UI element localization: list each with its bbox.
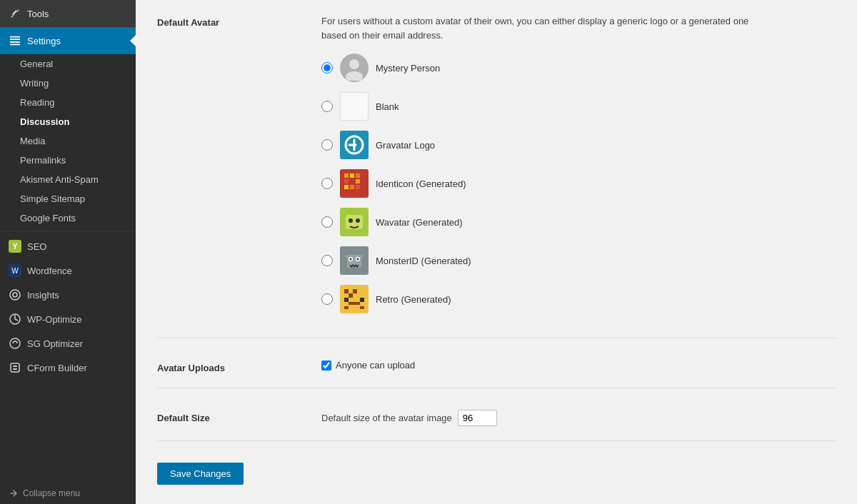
sidebar-item-media[interactable]: Media [0,131,136,151]
seo-icon: Y [9,240,21,253]
wordfence-icon: W [9,264,21,277]
avatar-radio-identicon[interactable] [321,178,333,189]
default-avatar-label: Default Avatar [157,14,307,323]
avatar-radio-blank[interactable] [321,101,333,112]
svg-rect-9 [13,366,17,367]
size-row: Default size of the avatar image [321,410,836,426]
sidebar-divider-1 [0,231,136,231]
mystery-person-icon [340,54,369,82]
svg-rect-36 [349,302,360,305]
svg-rect-38 [360,306,364,309]
wpoptimize-icon [9,313,21,326]
identicon-icon [340,169,369,198]
monster-label: MonsterID (Generated) [376,256,471,266]
cform-icon [9,361,21,374]
anyone-can-upload-label[interactable]: Anyone can upload [336,360,415,371]
svg-rect-3 [10,44,20,46]
avatar-option-retro: Retro (Generated) [321,285,836,313]
svg-rect-21 [350,185,354,189]
save-changes-button[interactable]: Save Changes [157,463,244,485]
svg-point-25 [356,218,360,223]
retro-icon [340,285,369,313]
avatar-option-gravatar: Gravatar Logo [321,131,836,159]
avatar-radio-gravatar[interactable] [321,139,333,151]
main-content: Default Avatar For users without a custo… [136,0,857,504]
collapse-menu-button[interactable]: Collapse menu [0,483,136,504]
avatar-option-wavatar: Wavatar (Generated) [321,208,836,236]
avatar-uploads-label: Avatar Uploads [157,360,307,373]
avatar-uploads-checkbox[interactable] [321,361,331,371]
avatar-option-identicon: Identicon (Generated) [321,169,836,198]
sidebar-item-sg-optimizer[interactable]: SG Optimizer [0,331,136,356]
avatar-radio-monster[interactable] [321,255,333,266]
default-avatar-content: For users without a custom avatar of the… [321,14,836,323]
sidebar-item-reading[interactable]: Reading [0,93,136,112]
svg-rect-1 [10,39,20,40]
sidebar-item-wordfence[interactable]: W Wordfence [0,258,136,283]
svg-rect-32 [353,289,357,293]
sidebar-item-writing[interactable]: Writing [0,74,136,93]
avatar-option-blank: Blank [321,92,836,121]
svg-rect-17 [344,179,349,183]
avatar-uploads-content: Anyone can upload [321,360,836,373]
sidebar-item-settings[interactable]: Settings [0,27,136,54]
svg-rect-8 [11,363,19,372]
wavatar-icon [340,208,369,236]
sidebar-item-general[interactable]: General [0,54,136,74]
settings-icon [9,34,21,47]
gravatar-icon [340,131,369,159]
svg-rect-22 [356,185,360,189]
sidebar-item-discussion[interactable]: Discussion [0,112,136,131]
svg-rect-2 [10,41,20,43]
save-section: Save Changes [157,463,836,485]
default-size-description: Default size of the avatar image [321,413,452,423]
retro-label: Retro (Generated) [376,294,451,305]
svg-rect-15 [350,173,354,178]
svg-rect-19 [356,179,360,183]
svg-rect-26 [347,255,361,268]
monster-icon [340,246,369,275]
identicon-label: Identicon (Generated) [376,178,466,189]
sidebar-settings-label: Settings [27,36,61,46]
avatar-option-mystery: Mystery Person [321,54,836,82]
sidebar-item-simple-sitemap[interactable]: Simple Sitemap [0,189,136,208]
svg-rect-14 [344,173,349,178]
sidebar-item-google-fonts[interactable]: Google Fonts [0,208,136,228]
sidebar-tools-label: Tools [27,9,49,19]
svg-point-30 [357,258,359,261]
svg-point-12 [346,71,363,81]
svg-rect-37 [344,306,349,309]
svg-point-24 [349,218,353,223]
sidebar-item-insights[interactable]: Insights [0,283,136,307]
svg-rect-10 [13,368,17,370]
default-size-label: Default Size [157,410,307,426]
avatar-radio-mystery[interactable] [321,62,333,74]
avatar-uploads-section: Avatar Uploads Anyone can upload [157,360,836,388]
default-size-content: Default size of the avatar image [321,410,836,426]
insights-icon [9,288,21,301]
svg-rect-16 [356,173,360,178]
sidebar-item-permalinks[interactable]: Permalinks [0,151,136,170]
sidebar-item-wp-optimize[interactable]: WP-Optimize [0,307,136,331]
sidebar-item-cform-builder[interactable]: CForm Builder [0,356,136,380]
default-avatar-description: For users without a custom avatar of the… [321,14,764,42]
default-avatar-section: Default Avatar For users without a custo… [157,14,836,338]
mystery-person-label: Mystery Person [376,63,440,74]
avatar-radio-wavatar[interactable] [321,216,333,228]
default-size-section: Default Size Default size of the avatar … [157,410,836,441]
svg-rect-33 [349,293,353,298]
blank-label: Blank [376,101,399,112]
gravatar-label: Gravatar Logo [376,140,435,151]
avatar-radio-retro[interactable] [321,293,333,305]
sidebar-item-seo[interactable]: Y SEO [0,234,136,258]
sidebar-item-akismet[interactable]: Akismet Anti-Spam [0,170,136,189]
avatar-option-monster: MonsterID (Generated) [321,246,836,275]
sidebar: Tools Settings General Writing Reading D… [0,0,136,504]
svg-point-7 [10,338,20,348]
sidebar-item-tools[interactable]: Tools [0,0,136,27]
svg-rect-20 [344,185,349,189]
svg-rect-31 [344,289,349,293]
default-size-input[interactable] [458,410,497,426]
anyone-can-upload-row: Anyone can upload [321,360,836,371]
svg-point-4 [10,290,20,300]
